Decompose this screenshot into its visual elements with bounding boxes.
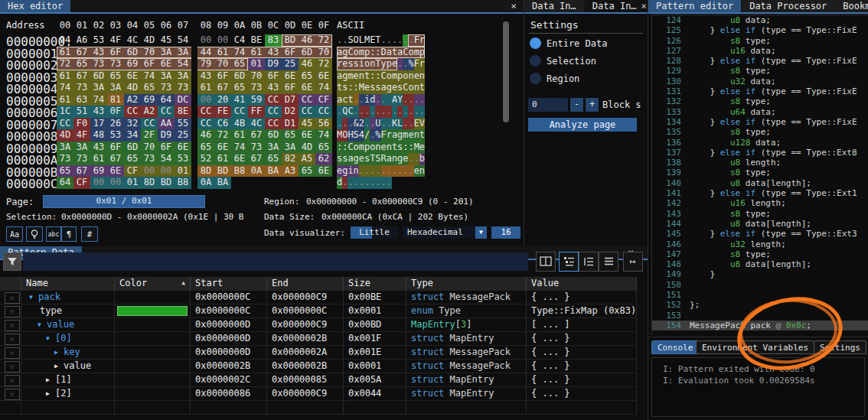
ascii-char[interactable]: . xyxy=(354,94,359,106)
hex-byte[interactable]: 43 xyxy=(197,70,214,83)
hex-byte[interactable]: 73 xyxy=(57,153,73,165)
hex-byte[interactable]: 54 xyxy=(158,153,175,165)
pattern-name[interactable]: [2] xyxy=(55,388,72,399)
ascii-char[interactable]: . xyxy=(387,165,392,177)
ascii-char[interactable]: t xyxy=(337,82,342,94)
ascii-char[interactable]: a xyxy=(337,94,342,106)
ascii-char[interactable]: e xyxy=(342,58,348,70)
code-line[interactable]: 125 } else if (type == Type::FixE xyxy=(652,25,868,35)
star-icon[interactable]: ☆ xyxy=(5,306,20,317)
pattern-row[interactable]: ☆▶key0x0000000D0x0000002A0x001Estruct Me… xyxy=(0,346,637,360)
flat-view-button[interactable] xyxy=(579,252,599,272)
ascii-char[interactable]: . xyxy=(354,177,359,189)
ascii-char[interactable]: t xyxy=(419,82,425,94)
ascii-char[interactable]: A xyxy=(392,94,397,106)
star-icon[interactable]: ☆ xyxy=(5,375,20,386)
ascii-char[interactable]: : xyxy=(354,82,359,94)
ascii-char[interactable]: 2 xyxy=(359,118,364,130)
hex-byte[interactable]: 53 xyxy=(90,34,107,47)
hex-byte[interactable]: FE xyxy=(214,106,231,118)
ascii-char[interactable]: s xyxy=(342,82,348,94)
ascii-char[interactable]: . xyxy=(403,118,408,130)
hex-byte[interactable]: 55 xyxy=(175,118,191,130)
hex-byte[interactable]: 81 xyxy=(107,94,124,106)
ascii-char[interactable]: E xyxy=(414,118,419,130)
hex-byte[interactable]: C6 xyxy=(214,118,231,130)
hex-byte[interactable]: 65 xyxy=(231,58,248,70)
hex-byte[interactable]: 52 xyxy=(197,153,214,165)
hex-byte[interactable]: 70 xyxy=(214,58,231,70)
ascii-char[interactable]: C xyxy=(348,142,353,154)
ascii-char[interactable]: : xyxy=(342,142,348,154)
hex-byte[interactable]: 82 xyxy=(282,153,299,165)
hex-byte[interactable]: 6E xyxy=(107,165,124,177)
hex-byte[interactable]: A3 xyxy=(282,165,299,177)
ascii-char[interactable]: s xyxy=(375,82,380,94)
ascii-char[interactable]: o xyxy=(387,70,392,83)
hex-byte[interactable]: 4C xyxy=(124,34,141,47)
hex-byte[interactable]: 6E xyxy=(158,58,175,70)
hex-byte[interactable]: 20 xyxy=(214,94,231,106)
ascii-char[interactable]: O xyxy=(342,129,348,142)
hex-byte[interactable]: 6F xyxy=(107,47,124,59)
ascii-char[interactable]: T xyxy=(375,34,380,47)
hex-byte[interactable]: D9 xyxy=(158,129,175,142)
ascii-char[interactable]: . xyxy=(381,165,387,177)
hex-byte[interactable]: CC xyxy=(57,118,73,130)
ascii-char[interactable]: e xyxy=(419,142,425,154)
grid-toggle-button[interactable]: # xyxy=(81,226,98,242)
expand-arrow-icon[interactable]: ▶ xyxy=(46,374,55,386)
ascii-char[interactable]: s xyxy=(397,142,403,154)
ascii-char[interactable]: . xyxy=(387,106,392,118)
hex-byte[interactable]: B8 xyxy=(175,177,191,189)
code-line[interactable]: 136 u128 data; xyxy=(652,138,868,148)
ascii-char[interactable]: n xyxy=(387,142,392,154)
hex-byte[interactable]: 63 xyxy=(73,94,90,106)
close-icon[interactable]: × xyxy=(641,1,647,12)
code-line[interactable]: 132 s8 type; xyxy=(652,96,868,106)
hex-byte[interactable]: 73 xyxy=(248,82,265,94)
hex-byte[interactable]: 54 xyxy=(175,34,191,47)
ascii-char[interactable]: . xyxy=(342,118,348,130)
hex-byte[interactable]: 6E xyxy=(124,70,141,83)
ascii-char[interactable]: a xyxy=(337,70,342,83)
ascii-char[interactable]: t xyxy=(392,142,397,154)
hex-byte[interactable]: 74 xyxy=(231,47,248,59)
ascii-char[interactable]: . xyxy=(364,165,370,177)
ascii-char[interactable]: . xyxy=(354,106,359,118)
ascii-char[interactable]: e xyxy=(392,58,397,70)
ascii-char[interactable]: C xyxy=(348,47,353,59)
ascii-char[interactable]: . xyxy=(375,165,380,177)
hex-byte[interactable]: 6D xyxy=(231,70,248,83)
ascii-char[interactable] xyxy=(387,94,392,106)
ascii-char[interactable]: s xyxy=(337,153,342,165)
pattern-row[interactable]: ☆▶value0x0000002B0x0000002B0x0001struct … xyxy=(0,360,637,373)
hex-scrollbar[interactable] xyxy=(503,21,509,122)
ascii-char[interactable]: s xyxy=(348,58,353,70)
format-select[interactable]: Hexadecimal ▼ xyxy=(403,226,487,239)
tab-console-settings[interactable]: Settings xyxy=(814,340,866,354)
hex-byte[interactable]: CC xyxy=(315,106,332,118)
hex-byte[interactable]: 4D xyxy=(124,82,141,94)
ascii-char[interactable]: M xyxy=(359,82,364,94)
hex-byte[interactable]: 73 xyxy=(175,82,191,94)
ascii-char[interactable]: / xyxy=(364,129,370,142)
ascii-char[interactable]: o xyxy=(403,70,408,83)
column-header[interactable]: Type xyxy=(406,277,527,290)
hex-byte[interactable]: 6D xyxy=(124,142,141,154)
hex-byte[interactable]: 70 xyxy=(141,47,158,59)
code-line[interactable]: 147 s8 type; xyxy=(652,249,868,259)
ascii-char[interactable]: . xyxy=(359,94,364,106)
hex-byte[interactable]: 46 xyxy=(197,129,214,142)
hex-byte[interactable]: 46 xyxy=(299,58,315,70)
ascii-char[interactable]: . xyxy=(342,177,348,189)
ascii-char[interactable]: . xyxy=(381,118,387,130)
ascii-char[interactable]: g xyxy=(342,47,348,59)
pattern-row[interactable]: ☆▼value0x0000000D0x000000C90x00BDMapEntr… xyxy=(0,318,637,332)
hex-byte[interactable]: CC xyxy=(299,94,315,106)
ascii-char[interactable]: . xyxy=(414,153,419,165)
ascii-toggle-button[interactable]: Aa xyxy=(6,226,23,242)
ascii-char[interactable]: . xyxy=(381,94,387,106)
hex-byte[interactable]: 74 xyxy=(315,129,332,142)
ascii-char[interactable]: e xyxy=(414,165,419,177)
